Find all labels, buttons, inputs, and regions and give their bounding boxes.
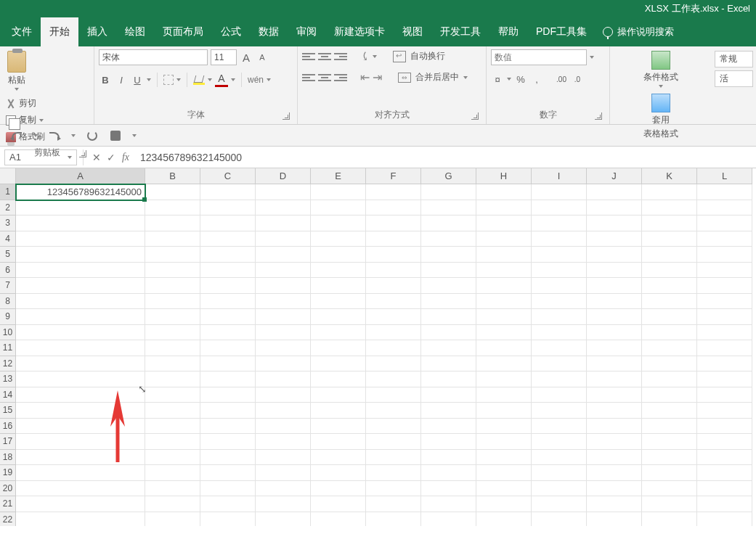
row-header-21[interactable]: 21 [0, 496, 16, 512]
cell-G8[interactable] [421, 294, 476, 310]
cell-G10[interactable] [421, 325, 476, 341]
cell-F17[interactable] [366, 434, 421, 450]
cell-E16[interactable] [311, 419, 366, 435]
cell-K2[interactable] [642, 200, 697, 216]
cell-K6[interactable] [642, 263, 697, 279]
cell-J11[interactable] [587, 340, 642, 356]
cell-B10[interactable] [145, 325, 200, 341]
cell-C11[interactable] [200, 340, 256, 356]
cell-B3[interactable] [145, 215, 200, 231]
cell-L17[interactable] [697, 434, 752, 450]
cell-A6[interactable] [16, 263, 145, 279]
cell-G14[interactable] [421, 387, 476, 403]
cell-A20[interactable] [16, 481, 145, 497]
cell-J18[interactable] [587, 450, 642, 466]
cell-H7[interactable] [476, 278, 532, 294]
cell-H10[interactable] [476, 325, 532, 341]
cell-K5[interactable] [642, 247, 697, 263]
tab-视图[interactable]: 视图 [394, 17, 431, 46]
cell-F11[interactable] [366, 340, 421, 356]
merge-center-button[interactable]: 合并后居中 [414, 70, 460, 84]
column-header-A[interactable]: A [16, 168, 145, 184]
bold-button[interactable]: B [99, 73, 112, 86]
cell-J4[interactable] [587, 231, 642, 247]
tab-开发工具[interactable]: 开发工具 [431, 17, 489, 46]
align-bottom-button[interactable] [334, 53, 347, 60]
cell-F15[interactable] [366, 403, 421, 419]
copy-button[interactable]: 复制 [4, 113, 46, 127]
cell-A9[interactable] [16, 309, 145, 325]
shrink-font-button[interactable]: A [256, 51, 269, 64]
column-header-C[interactable]: C [200, 168, 256, 184]
increase-decimal-button[interactable]: .00 [555, 73, 568, 86]
borders-button[interactable] [163, 75, 174, 85]
cell-B8[interactable] [145, 294, 200, 310]
formula-input[interactable] [133, 152, 756, 163]
cell-B14[interactable] [145, 387, 200, 403]
row-header-20[interactable]: 20 [0, 481, 16, 497]
column-header-D[interactable]: D [256, 168, 311, 184]
cell-D2[interactable] [256, 200, 311, 216]
column-header-L[interactable]: L [697, 168, 752, 184]
cell-F21[interactable] [366, 496, 421, 512]
tab-PDF工具集[interactable]: PDF工具集 [527, 17, 596, 46]
cell-C19[interactable] [200, 465, 256, 481]
cell-K18[interactable] [642, 450, 697, 466]
row-header-13[interactable]: 13 [0, 371, 16, 387]
paste-button[interactable]: 粘贴 [4, 49, 29, 92]
cell-C3[interactable] [200, 215, 256, 231]
cell-I8[interactable] [532, 294, 587, 310]
row-header-4[interactable]: 4 [0, 231, 16, 247]
cell-H8[interactable] [476, 294, 532, 310]
cell-B20[interactable] [145, 481, 200, 497]
tab-页面布局[interactable]: 页面布局 [154, 17, 212, 46]
cell-E22[interactable] [311, 512, 366, 527]
comma-button[interactable]: , [530, 73, 543, 86]
cell-K13[interactable] [642, 371, 697, 387]
column-header-E[interactable]: E [311, 168, 366, 184]
row-header-19[interactable]: 19 [0, 465, 16, 481]
cell-I16[interactable] [532, 419, 587, 435]
row-header-17[interactable]: 17 [0, 434, 16, 450]
cell-G9[interactable] [421, 309, 476, 325]
cell-A1[interactable]: 123456789632145000 [16, 184, 145, 200]
row-header-1[interactable]: 1 [0, 184, 16, 200]
cell-L15[interactable] [697, 403, 752, 419]
row-header-3[interactable]: 3 [0, 215, 16, 231]
cell-L4[interactable] [697, 231, 752, 247]
cell-G2[interactable] [421, 200, 476, 216]
cell-K21[interactable] [642, 496, 697, 512]
cell-H11[interactable] [476, 340, 532, 356]
cell-E8[interactable] [311, 294, 366, 310]
cell-F2[interactable] [366, 200, 421, 216]
cell-K20[interactable] [642, 481, 697, 497]
align-top-button[interactable] [302, 53, 315, 60]
cell-E21[interactable] [311, 496, 366, 512]
cell-C10[interactable] [200, 325, 256, 341]
row-header-16[interactable]: 16 [0, 419, 16, 435]
cell-K7[interactable] [642, 278, 697, 294]
cell-G3[interactable] [421, 215, 476, 231]
cell-J21[interactable] [587, 496, 642, 512]
italic-button[interactable]: I [115, 73, 128, 86]
cell-K17[interactable] [642, 434, 697, 450]
cell-H18[interactable] [476, 450, 532, 466]
cell-A2[interactable] [16, 200, 145, 216]
cell-I20[interactable] [532, 481, 587, 497]
cell-L12[interactable] [697, 356, 752, 372]
cell-C13[interactable] [200, 371, 256, 387]
cell-A22[interactable] [16, 512, 145, 527]
cell-L18[interactable] [697, 450, 752, 466]
conditional-formatting-button[interactable]: 条件格式 [641, 49, 681, 89]
column-header-F[interactable]: F [366, 168, 421, 184]
cell-D21[interactable] [256, 496, 311, 512]
cell-E6[interactable] [311, 263, 366, 279]
cell-K15[interactable] [642, 403, 697, 419]
cell-I14[interactable] [532, 387, 587, 403]
cell-A5[interactable] [16, 247, 145, 263]
cell-B21[interactable] [145, 496, 200, 512]
redo-button[interactable] [48, 129, 61, 142]
cell-J7[interactable] [587, 278, 642, 294]
cell-H14[interactable] [476, 387, 532, 403]
cell-L9[interactable] [697, 309, 752, 325]
